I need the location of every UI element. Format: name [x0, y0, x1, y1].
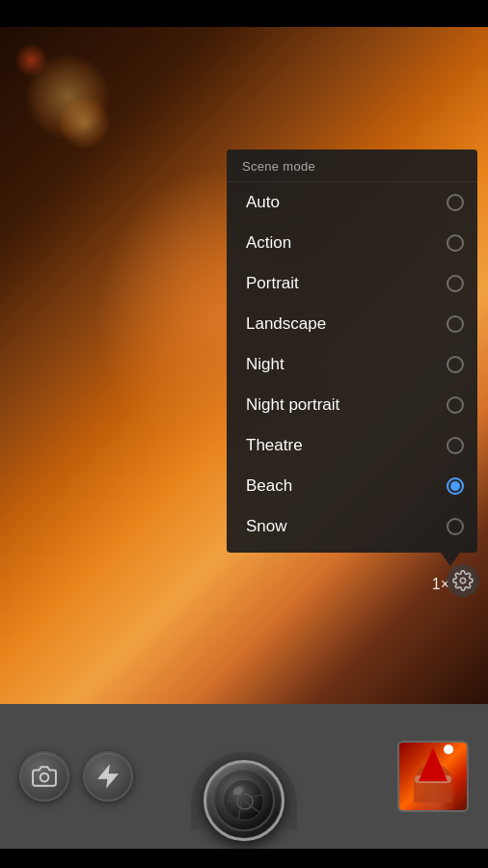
flash-icon [95, 764, 121, 789]
scene-item-landscape[interactable]: Landscape [227, 304, 477, 344]
shutter-lens [224, 780, 264, 821]
dropdown-arrow [441, 553, 460, 566]
settings-button[interactable] [444, 561, 482, 600]
scene-label-action: Action [246, 233, 291, 253]
scene-radio-night [447, 356, 464, 373]
svg-point-0 [460, 578, 466, 583]
scene-label-night: Night [246, 355, 285, 374]
svg-marker-2 [98, 766, 118, 787]
scene-item-action[interactable]: Action [227, 223, 477, 263]
scene-label-landscape: Landscape [246, 314, 326, 334]
shutter-bump [191, 752, 297, 829]
scene-label-auto: Auto [246, 193, 280, 212]
scene-label-theatre: Theatre [246, 436, 303, 455]
app-container: Scene mode Auto Action Portrait Landscap… [0, 0, 488, 868]
scene-item-beach[interactable]: Beach [227, 466, 477, 506]
hat-ball [444, 745, 453, 754]
left-icons [19, 751, 133, 801]
scene-item-theatre[interactable]: Theatre [227, 425, 477, 466]
svg-line-6 [229, 789, 261, 814]
bottom-bar [0, 849, 488, 868]
thumbnail-image [399, 743, 467, 810]
scene-item-auto[interactable]: Auto [227, 182, 477, 223]
shutter-inner [213, 770, 275, 831]
top-bar [0, 0, 488, 27]
scene-dropdown: Scene mode Auto Action Portrait Landscap… [227, 149, 477, 553]
shutter-button[interactable] [203, 760, 285, 841]
scene-label-portrait: Portrait [246, 274, 299, 293]
scene-label-beach: Beach [246, 476, 292, 496]
gear-icon [452, 570, 474, 591]
camera-controls [0, 704, 488, 849]
scene-radio-landscape [447, 315, 464, 333]
scene-radio-auto [447, 194, 464, 211]
scene-radio-beach [447, 477, 464, 495]
scene-item-snow[interactable]: Snow [227, 506, 477, 547]
shutter-area [191, 752, 297, 829]
settings-circle [447, 564, 479, 597]
scene-radio-night-portrait [447, 396, 464, 414]
scene-item-night-portrait[interactable]: Night portrait [227, 385, 477, 425]
scene-label-night-portrait: Night portrait [246, 395, 339, 415]
scene-radio-action [447, 234, 464, 252]
scene-radio-theatre [447, 437, 464, 454]
svg-line-5 [227, 795, 263, 801]
camera-icon [32, 764, 57, 789]
thumbnail-button[interactable] [397, 741, 469, 812]
aperture-icon [225, 781, 264, 821]
svg-line-4 [238, 783, 245, 820]
camera-mode-button[interactable] [19, 751, 69, 801]
scene-item-night[interactable]: Night [227, 344, 477, 385]
scene-mode-header: Scene mode [227, 149, 477, 182]
scene-radio-snow [447, 518, 464, 535]
svg-point-1 [41, 773, 49, 782]
scene-item-portrait[interactable]: Portrait [227, 263, 477, 304]
flash-button[interactable] [83, 751, 133, 801]
scene-label-snow: Snow [246, 517, 287, 536]
figure-body [414, 764, 452, 802]
scene-radio-portrait [447, 275, 464, 292]
